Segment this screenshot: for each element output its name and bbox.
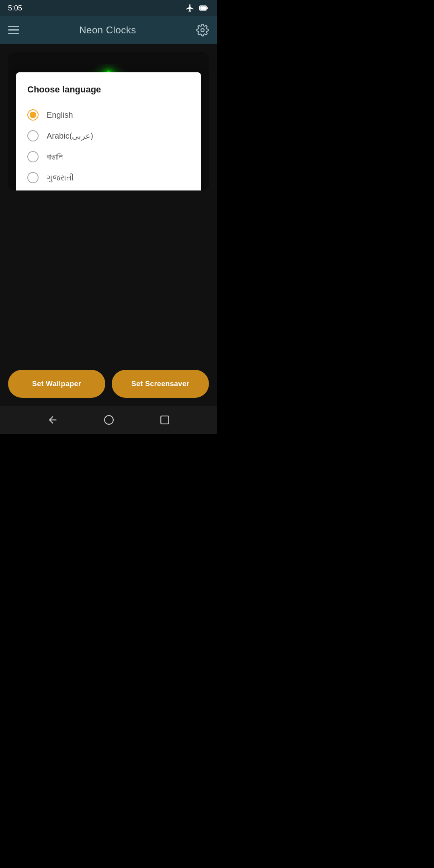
airplane-icon [186,4,194,12]
battery-icon [199,4,209,12]
language-label-arabic: Arabic(عربى) [47,131,93,141]
radio-gujarati[interactable] [27,172,39,183]
language-option-bengali[interactable]: বাঙালি [27,146,190,167]
hamburger-menu-icon[interactable] [8,26,19,35]
svg-point-7 [104,416,113,424]
language-option-gujarati[interactable]: ગુજરાતી [27,167,190,188]
home-button[interactable] [104,415,114,425]
svg-rect-5 [8,33,19,34]
radio-bengali[interactable] [27,151,39,162]
app-title: Neon Clocks [79,25,136,36]
language-option-hindi[interactable]: हिंदी [27,188,190,190]
language-dialog: Choose language English Arabic(عربى) বাঙ… [16,72,201,190]
settings-icon[interactable] [196,24,209,37]
clock-preview-card: Choose language English Arabic(عربى) বাঙ… [8,52,209,190]
language-label-english: English [47,111,73,120]
bottom-buttons: Set Wallpaper Set Screensaver [0,362,217,406]
svg-rect-3 [8,26,19,27]
language-option-arabic[interactable]: Arabic(عربى) [27,125,190,146]
status-bar: 5:05 [0,0,217,16]
set-wallpaper-button[interactable]: Set Wallpaper [8,370,105,398]
language-label-bengali: বাঙালি [47,152,63,162]
dialog-title: Choose language [27,84,190,95]
status-icons [186,4,209,12]
set-screensaver-button[interactable]: Set Screensaver [112,370,209,398]
svg-point-6 [201,29,204,32]
language-label-gujarati: ગુજરાતી [47,173,74,182]
app-bar: Neon Clocks [0,16,217,44]
main-content: Choose language English Arabic(عربى) বাঙ… [0,44,217,362]
svg-rect-4 [8,29,19,31]
radio-english[interactable] [27,109,39,121]
svg-rect-2 [207,7,208,9]
language-option-english[interactable]: English [27,104,190,125]
nav-bar [0,406,217,434]
status-time: 5:05 [8,4,22,12]
svg-rect-1 [200,6,206,10]
radio-arabic[interactable] [27,130,39,141]
svg-rect-8 [161,416,169,424]
recents-button[interactable] [160,415,170,425]
back-button[interactable] [47,414,58,426]
